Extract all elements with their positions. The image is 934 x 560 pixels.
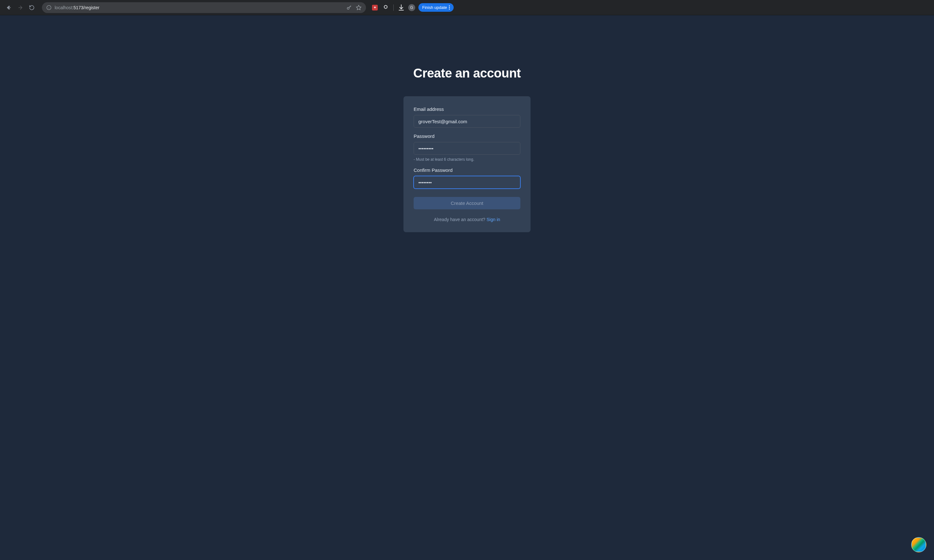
confirm-password-input[interactable]	[414, 176, 520, 189]
browser-chrome: localhost:5173/register	[0, 0, 934, 15]
address-actions	[346, 5, 362, 11]
signin-row: Already have an account? Sign in	[414, 217, 520, 222]
svg-line-8	[351, 6, 351, 6]
password-helper-text: - Must be at least 6 characters long.	[414, 157, 520, 162]
reload-button[interactable]	[27, 3, 37, 13]
email-label: Email address	[414, 106, 520, 112]
address-bar[interactable]: localhost:5173/register	[42, 2, 366, 13]
extensions-puzzle-icon[interactable]	[382, 4, 389, 11]
password-group: Password - Must be at least 6 characters…	[414, 134, 520, 162]
password-key-icon[interactable]	[346, 5, 352, 11]
page-content: Create an account Email address Password…	[0, 15, 934, 560]
forward-button[interactable]	[15, 3, 25, 13]
signin-prompt: Already have an account?	[434, 217, 487, 222]
password-label: Password	[414, 134, 520, 139]
svg-line-9	[350, 7, 351, 7]
svg-point-6	[347, 7, 349, 9]
email-input[interactable]	[414, 115, 520, 128]
svg-marker-10	[357, 5, 361, 9]
signin-link[interactable]: Sign in	[486, 217, 500, 222]
chrome-right: ✦ G Finish update	[371, 3, 454, 12]
url-text: localhost:5173/register	[55, 5, 343, 10]
finish-update-button[interactable]: Finish update	[419, 3, 454, 12]
bookmark-star-icon[interactable]	[356, 5, 362, 11]
password-input[interactable]	[414, 142, 520, 155]
confirm-password-label: Confirm Password	[414, 168, 520, 173]
site-info-icon[interactable]	[46, 5, 51, 10]
back-button[interactable]	[4, 3, 14, 13]
confirm-password-group: Confirm Password	[414, 168, 520, 189]
floating-badge-icon[interactable]	[911, 537, 926, 552]
toolbar-divider	[393, 5, 394, 11]
email-group: Email address	[414, 106, 520, 128]
profile-avatar[interactable]: G	[408, 4, 415, 11]
address-bar-container: localhost:5173/register	[42, 2, 366, 13]
nav-buttons	[4, 3, 37, 13]
page-title: Create an account	[413, 66, 521, 80]
downloads-icon[interactable]	[397, 4, 405, 11]
create-account-button[interactable]: Create Account	[414, 197, 520, 209]
register-form-card: Email address Password - Must be at leas…	[403, 96, 531, 232]
extension-raycast-icon[interactable]: ✦	[371, 4, 379, 11]
more-menu-icon	[449, 5, 450, 9]
